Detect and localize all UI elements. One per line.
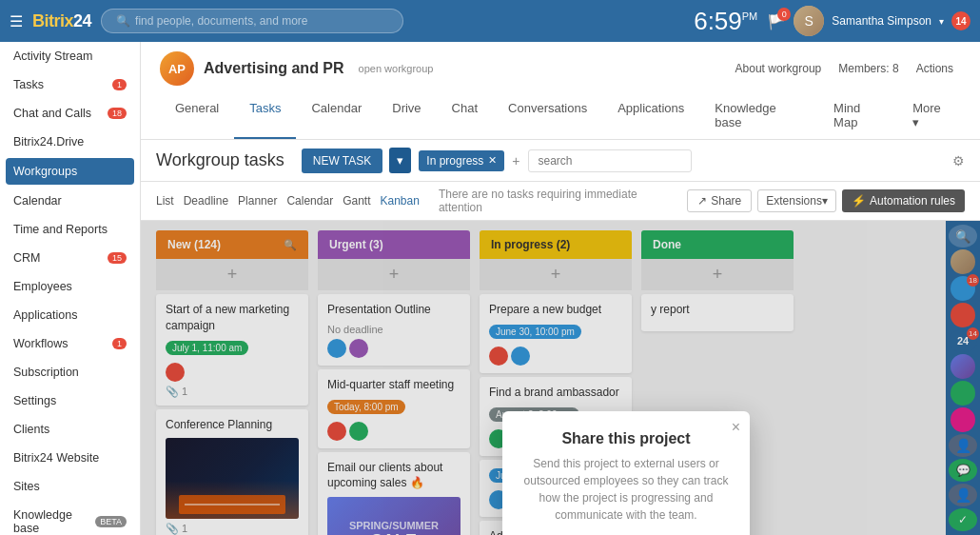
sidebar-item-activity-stream[interactable]: Activity Stream [0,42,140,70]
chevron-down-icon: ▾ [822,194,828,208]
sidebar-item-clients[interactable]: Clients [0,415,140,444]
subnav-message: There are no tasks requiring immediate a… [439,188,677,214]
task-bar: Workgroup tasks NEW TASK ▾ In progress ✕… [141,140,980,182]
sidebar-item-workgroups[interactable]: Workgroups [6,158,134,185]
sidebar-item-workflows[interactable]: Workflows1 [0,329,140,358]
search-bar[interactable]: 🔍 [101,9,403,33]
settings-gear-icon[interactable]: ⚙ [952,153,965,168]
extensions-button[interactable]: Extensions ▾ [757,189,836,212]
tab-general[interactable]: General [160,93,234,139]
app-logo: Bitrix24 [32,11,91,31]
share-modal: × Share this project Send this project t… [502,411,750,535]
sidebar-item-knowledge-base[interactable]: Knowledge baseBETA [0,501,140,535]
actions-button[interactable]: Actions [909,58,961,79]
sidebar-item-applications[interactable]: Applications [0,301,140,329]
task-search-input[interactable] [528,149,692,172]
subnav-actions: ↗ Share Extensions ▾ ⚡ Automation rules [687,189,965,212]
subnav-list[interactable]: List [156,194,174,208]
tab-conversations[interactable]: Conversations [493,93,602,139]
new-task-button[interactable]: NEW TASK [302,149,383,173]
main-layout: Activity Stream Tasks1 Chat and Calls18 … [0,42,980,535]
new-task-dropdown-button[interactable]: ▾ [389,148,411,173]
automation-rules-button[interactable]: ⚡ Automation rules [842,189,965,212]
tab-drive[interactable]: Drive [377,93,436,139]
filter-in-progress[interactable]: In progress ✕ [419,150,504,171]
workgroup-avatar: AP [160,51,194,86]
workgroup-header-actions: About workgroup Members: 8 Actions [728,58,961,79]
topbar-icons: 🏳️0 S Samantha Simpson ▾ 14 [767,6,970,36]
sidebar-item-bitrix24-website[interactable]: Bitrix24 Website [0,444,140,472]
subnav-calendar[interactable]: Calendar [286,194,333,208]
modal-title: Share this project [521,430,731,447]
page-title: Workgroup tasks [156,150,284,170]
sidebar-item-time-reports[interactable]: Time and Reports [0,215,140,244]
subnav-planner[interactable]: Planner [238,194,277,208]
workgroup-tabs: General Tasks Calendar Drive Chat Conver… [160,93,961,139]
chevron-down-icon[interactable]: ▾ [939,16,944,27]
workgroup-subtitle: open workgroup [359,63,434,74]
modal-overlay[interactable]: × Share this project Send this project t… [141,221,980,535]
sidebar-item-subscription[interactable]: Subscription [0,358,140,386]
sidebar-item-employees[interactable]: Employees [0,272,140,301]
workgroup-title: Advertising and PR [204,60,344,77]
flag-icon[interactable]: 🏳️0 [767,12,786,30]
subnav-kanban[interactable]: Kanban [381,194,420,208]
tab-applications[interactable]: Applications [602,93,699,139]
modal-body: Share this project Send this project to … [502,411,750,535]
tab-chat[interactable]: Chat [437,93,493,139]
sidebar-item-crm[interactable]: CRM15 [0,244,140,272]
sidebar-item-calendar[interactable]: Calendar [0,187,140,215]
modal-close-button[interactable]: × [732,419,740,436]
clock-display: 6:59PM [694,7,757,36]
avatar[interactable]: S [794,6,824,36]
user-name[interactable]: Samantha Simpson [832,14,931,28]
modal-description: Send this project to external users or o… [521,455,731,524]
sidebar-item-tasks[interactable]: Tasks1 [0,70,140,99]
menu-icon[interactable]: ☰ [10,12,23,30]
filter-add-icon[interactable]: + [512,153,519,168]
notification-badge[interactable]: 14 [951,11,970,30]
search-icon: 🔍 [116,14,130,28]
sidebar-item-drive[interactable]: Bitrix24.Drive [0,128,140,156]
topbar: ☰ Bitrix24 🔍 6:59PM 🏳️0 S Samantha Simps… [0,0,980,42]
search-input[interactable] [135,14,388,28]
main-content: AP Advertising and PR open workgroup Abo… [141,42,980,535]
tab-calendar[interactable]: Calendar [296,93,377,139]
sub-nav: List Deadline Planner Calendar Gantt Kan… [141,182,980,221]
subnav-gantt[interactable]: Gantt [343,194,370,208]
automation-icon: ⚡ [852,194,866,208]
tab-tasks[interactable]: Tasks [234,93,296,139]
workgroup-header: AP Advertising and PR open workgroup Abo… [141,42,980,140]
filter-remove-icon[interactable]: ✕ [488,154,497,167]
tab-mind-map[interactable]: Mind Map [818,93,901,139]
members-count: Members: 8 [838,62,898,75]
about-workgroup-button[interactable]: About workgroup [728,58,830,79]
tab-knowledge-base[interactable]: Knowledge base [699,93,818,139]
subnav-deadline[interactable]: Deadline [184,194,228,208]
sidebar: Activity Stream Tasks1 Chat and Calls18 … [0,42,141,535]
kanban-area: New (124) 🔍 + Start of a new marketing c… [141,221,980,535]
sidebar-item-settings[interactable]: Settings [0,386,140,415]
tab-more[interactable]: More ▾ [901,93,961,139]
workgroup-header-top: AP Advertising and PR open workgroup Abo… [160,51,961,86]
share-button[interactable]: ↗ Share [687,189,752,212]
sidebar-item-sites[interactable]: Sites [0,472,140,501]
workgroup-title-area: AP Advertising and PR open workgroup [160,51,433,86]
sidebar-item-chat[interactable]: Chat and Calls18 [0,99,140,128]
share-icon: ↗ [697,194,707,208]
